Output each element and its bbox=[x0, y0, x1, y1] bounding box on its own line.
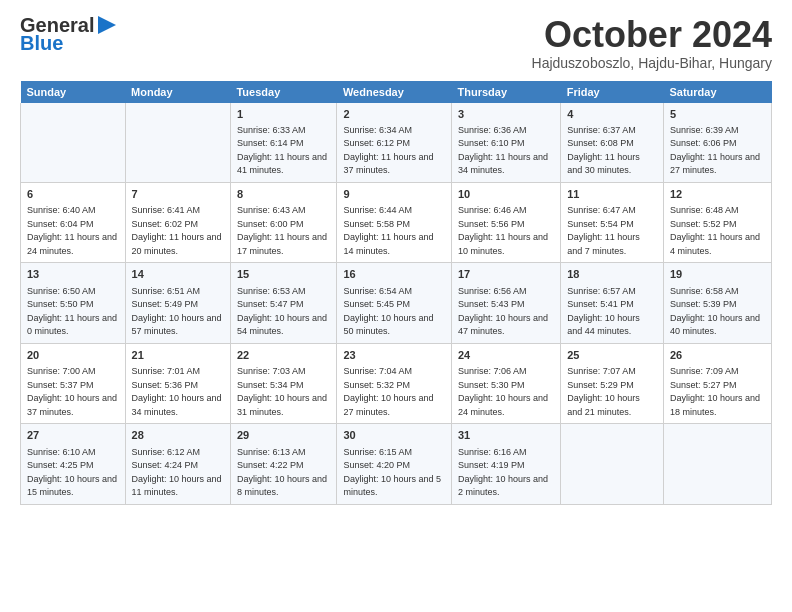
calendar-cell: 25Sunrise: 7:07 AM Sunset: 5:29 PM Dayli… bbox=[561, 343, 664, 423]
day-info: Sunrise: 6:34 AM Sunset: 6:12 PM Dayligh… bbox=[343, 124, 445, 178]
calendar-cell: 22Sunrise: 7:03 AM Sunset: 5:34 PM Dayli… bbox=[230, 343, 336, 423]
calendar-cell bbox=[561, 424, 664, 504]
calendar-cell: 19Sunrise: 6:58 AM Sunset: 5:39 PM Dayli… bbox=[663, 263, 771, 343]
week-row-5: 27Sunrise: 6:10 AM Sunset: 4:25 PM Dayli… bbox=[21, 424, 772, 504]
calendar-cell: 13Sunrise: 6:50 AM Sunset: 5:50 PM Dayli… bbox=[21, 263, 126, 343]
day-number: 18 bbox=[567, 267, 657, 282]
weekday-header-sunday: Sunday bbox=[21, 81, 126, 103]
header: General Blue October 2024 Hajduszoboszlo… bbox=[20, 15, 772, 71]
day-info: Sunrise: 6:44 AM Sunset: 5:58 PM Dayligh… bbox=[343, 204, 445, 258]
day-number: 16 bbox=[343, 267, 445, 282]
day-number: 9 bbox=[343, 187, 445, 202]
calendar-cell: 3Sunrise: 6:36 AM Sunset: 6:10 PM Daylig… bbox=[451, 103, 560, 183]
weekday-header-wednesday: Wednesday bbox=[337, 81, 452, 103]
day-number: 12 bbox=[670, 187, 765, 202]
calendar-cell: 14Sunrise: 6:51 AM Sunset: 5:49 PM Dayli… bbox=[125, 263, 230, 343]
day-info: Sunrise: 7:00 AM Sunset: 5:37 PM Dayligh… bbox=[27, 365, 119, 419]
day-info: Sunrise: 6:41 AM Sunset: 6:02 PM Dayligh… bbox=[132, 204, 224, 258]
svg-marker-0 bbox=[98, 16, 116, 34]
day-info: Sunrise: 6:39 AM Sunset: 6:06 PM Dayligh… bbox=[670, 124, 765, 178]
weekday-header-tuesday: Tuesday bbox=[230, 81, 336, 103]
calendar-cell: 15Sunrise: 6:53 AM Sunset: 5:47 PM Dayli… bbox=[230, 263, 336, 343]
day-number: 19 bbox=[670, 267, 765, 282]
day-info: Sunrise: 6:47 AM Sunset: 5:54 PM Dayligh… bbox=[567, 204, 657, 258]
day-number: 15 bbox=[237, 267, 330, 282]
day-number: 11 bbox=[567, 187, 657, 202]
day-number: 5 bbox=[670, 107, 765, 122]
calendar-cell: 21Sunrise: 7:01 AM Sunset: 5:36 PM Dayli… bbox=[125, 343, 230, 423]
day-number: 7 bbox=[132, 187, 224, 202]
calendar-cell: 12Sunrise: 6:48 AM Sunset: 5:52 PM Dayli… bbox=[663, 182, 771, 262]
day-info: Sunrise: 6:43 AM Sunset: 6:00 PM Dayligh… bbox=[237, 204, 330, 258]
day-info: Sunrise: 7:07 AM Sunset: 5:29 PM Dayligh… bbox=[567, 365, 657, 419]
week-row-4: 20Sunrise: 7:00 AM Sunset: 5:37 PM Dayli… bbox=[21, 343, 772, 423]
day-number: 13 bbox=[27, 267, 119, 282]
calendar-cell: 31Sunrise: 6:16 AM Sunset: 4:19 PM Dayli… bbox=[451, 424, 560, 504]
day-number: 30 bbox=[343, 428, 445, 443]
day-number: 2 bbox=[343, 107, 445, 122]
day-info: Sunrise: 6:57 AM Sunset: 5:41 PM Dayligh… bbox=[567, 285, 657, 339]
day-number: 25 bbox=[567, 348, 657, 363]
week-row-2: 6Sunrise: 6:40 AM Sunset: 6:04 PM Daylig… bbox=[21, 182, 772, 262]
calendar-cell: 6Sunrise: 6:40 AM Sunset: 6:04 PM Daylig… bbox=[21, 182, 126, 262]
day-info: Sunrise: 7:04 AM Sunset: 5:32 PM Dayligh… bbox=[343, 365, 445, 419]
day-info: Sunrise: 7:06 AM Sunset: 5:30 PM Dayligh… bbox=[458, 365, 554, 419]
calendar-cell bbox=[125, 103, 230, 183]
day-number: 26 bbox=[670, 348, 765, 363]
calendar-cell: 8Sunrise: 6:43 AM Sunset: 6:00 PM Daylig… bbox=[230, 182, 336, 262]
weekday-header-thursday: Thursday bbox=[451, 81, 560, 103]
day-info: Sunrise: 6:10 AM Sunset: 4:25 PM Dayligh… bbox=[27, 446, 119, 500]
logo-blue: Blue bbox=[20, 33, 116, 53]
calendar-cell: 4Sunrise: 6:37 AM Sunset: 6:08 PM Daylig… bbox=[561, 103, 664, 183]
day-info: Sunrise: 7:09 AM Sunset: 5:27 PM Dayligh… bbox=[670, 365, 765, 419]
day-info: Sunrise: 6:53 AM Sunset: 5:47 PM Dayligh… bbox=[237, 285, 330, 339]
weekday-header-saturday: Saturday bbox=[663, 81, 771, 103]
calendar-cell: 20Sunrise: 7:00 AM Sunset: 5:37 PM Dayli… bbox=[21, 343, 126, 423]
calendar-cell: 18Sunrise: 6:57 AM Sunset: 5:41 PM Dayli… bbox=[561, 263, 664, 343]
calendar-cell: 5Sunrise: 6:39 AM Sunset: 6:06 PM Daylig… bbox=[663, 103, 771, 183]
day-number: 3 bbox=[458, 107, 554, 122]
title-block: October 2024 Hajduszoboszlo, Hajdu-Bihar… bbox=[532, 15, 772, 71]
calendar-cell bbox=[663, 424, 771, 504]
calendar-cell: 29Sunrise: 6:13 AM Sunset: 4:22 PM Dayli… bbox=[230, 424, 336, 504]
day-info: Sunrise: 6:13 AM Sunset: 4:22 PM Dayligh… bbox=[237, 446, 330, 500]
day-number: 22 bbox=[237, 348, 330, 363]
week-row-1: 1Sunrise: 6:33 AM Sunset: 6:14 PM Daylig… bbox=[21, 103, 772, 183]
calendar-cell: 9Sunrise: 6:44 AM Sunset: 5:58 PM Daylig… bbox=[337, 182, 452, 262]
month-title: October 2024 bbox=[532, 15, 772, 55]
calendar-cell: 7Sunrise: 6:41 AM Sunset: 6:02 PM Daylig… bbox=[125, 182, 230, 262]
calendar-body: 1Sunrise: 6:33 AM Sunset: 6:14 PM Daylig… bbox=[21, 103, 772, 504]
day-number: 29 bbox=[237, 428, 330, 443]
day-number: 23 bbox=[343, 348, 445, 363]
weekday-header-friday: Friday bbox=[561, 81, 664, 103]
calendar-cell: 17Sunrise: 6:56 AM Sunset: 5:43 PM Dayli… bbox=[451, 263, 560, 343]
day-info: Sunrise: 6:48 AM Sunset: 5:52 PM Dayligh… bbox=[670, 204, 765, 258]
day-info: Sunrise: 6:50 AM Sunset: 5:50 PM Dayligh… bbox=[27, 285, 119, 339]
calendar-cell: 24Sunrise: 7:06 AM Sunset: 5:30 PM Dayli… bbox=[451, 343, 560, 423]
day-info: Sunrise: 6:58 AM Sunset: 5:39 PM Dayligh… bbox=[670, 285, 765, 339]
calendar-cell: 26Sunrise: 7:09 AM Sunset: 5:27 PM Dayli… bbox=[663, 343, 771, 423]
calendar-cell: 23Sunrise: 7:04 AM Sunset: 5:32 PM Dayli… bbox=[337, 343, 452, 423]
week-row-3: 13Sunrise: 6:50 AM Sunset: 5:50 PM Dayli… bbox=[21, 263, 772, 343]
logo-triangle-icon bbox=[98, 16, 116, 34]
day-number: 6 bbox=[27, 187, 119, 202]
day-info: Sunrise: 7:03 AM Sunset: 5:34 PM Dayligh… bbox=[237, 365, 330, 419]
day-number: 27 bbox=[27, 428, 119, 443]
calendar-cell: 30Sunrise: 6:15 AM Sunset: 4:20 PM Dayli… bbox=[337, 424, 452, 504]
calendar-header: SundayMondayTuesdayWednesdayThursdayFrid… bbox=[21, 81, 772, 103]
day-info: Sunrise: 6:12 AM Sunset: 4:24 PM Dayligh… bbox=[132, 446, 224, 500]
weekday-header-row: SundayMondayTuesdayWednesdayThursdayFrid… bbox=[21, 81, 772, 103]
weekday-header-monday: Monday bbox=[125, 81, 230, 103]
calendar-cell bbox=[21, 103, 126, 183]
day-info: Sunrise: 6:54 AM Sunset: 5:45 PM Dayligh… bbox=[343, 285, 445, 339]
calendar-cell: 28Sunrise: 6:12 AM Sunset: 4:24 PM Dayli… bbox=[125, 424, 230, 504]
day-info: Sunrise: 6:36 AM Sunset: 6:10 PM Dayligh… bbox=[458, 124, 554, 178]
calendar-cell: 10Sunrise: 6:46 AM Sunset: 5:56 PM Dayli… bbox=[451, 182, 560, 262]
day-number: 14 bbox=[132, 267, 224, 282]
day-info: Sunrise: 6:51 AM Sunset: 5:49 PM Dayligh… bbox=[132, 285, 224, 339]
calendar-cell: 2Sunrise: 6:34 AM Sunset: 6:12 PM Daylig… bbox=[337, 103, 452, 183]
day-number: 1 bbox=[237, 107, 330, 122]
day-info: Sunrise: 6:46 AM Sunset: 5:56 PM Dayligh… bbox=[458, 204, 554, 258]
day-info: Sunrise: 6:56 AM Sunset: 5:43 PM Dayligh… bbox=[458, 285, 554, 339]
location: Hajduszoboszlo, Hajdu-Bihar, Hungary bbox=[532, 55, 772, 71]
